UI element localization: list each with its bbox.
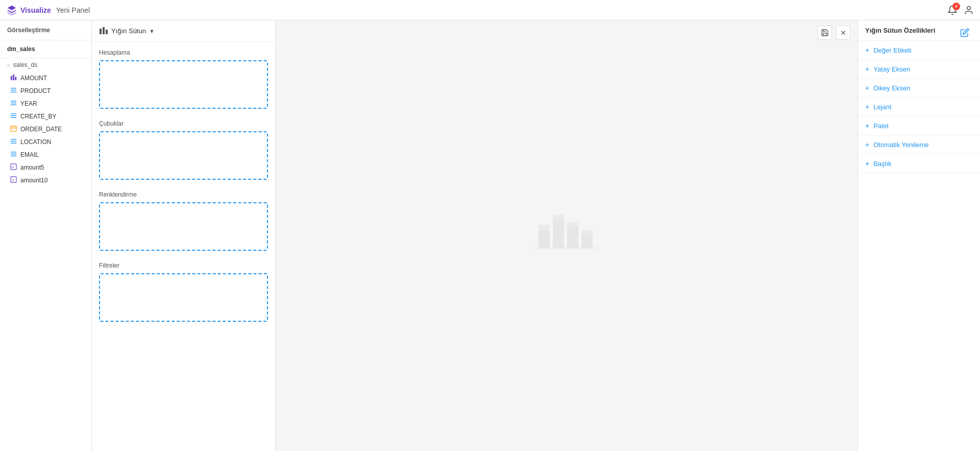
topbar-left: Visualize Yeni Panel bbox=[6, 5, 90, 16]
property-baslik[interactable]: + Başlık bbox=[858, 154, 980, 173]
datasource-name[interactable]: dm_sales bbox=[0, 40, 91, 58]
svg-rect-28 bbox=[103, 27, 105, 34]
chart-type-bar-icon bbox=[99, 26, 108, 36]
property-label-deger-etiketi: Değer Etiketi bbox=[873, 46, 911, 54]
plus-icon-otomatik-yenileme: + bbox=[865, 140, 869, 149]
property-label-otomatik-yenileme: Otomatik Yenileme bbox=[873, 141, 928, 149]
chart-type-label: Yığın Sütun bbox=[111, 27, 146, 35]
property-label-yatay-eksen: Yatay Eksen bbox=[873, 65, 910, 73]
property-deger-etiketi[interactable]: + Değer Etiketi bbox=[858, 41, 980, 60]
drop-zone-hesaplama[interactable] bbox=[99, 60, 268, 109]
svg-rect-13 bbox=[11, 126, 16, 131]
section-cubuklar: Çubuklar bbox=[92, 113, 275, 184]
svg-rect-37 bbox=[567, 222, 578, 227]
svg-rect-34 bbox=[553, 220, 564, 248]
calc-icon-amount5: = bbox=[10, 163, 17, 171]
plus-icon-deger-etiketi: + bbox=[865, 46, 869, 54]
section-hesaplama: Hesaplama bbox=[92, 42, 275, 113]
right-properties-panel: Yığın Sütun Özellikleri + Değer Etiketi … bbox=[857, 20, 980, 451]
field-label-amount: AMOUNT bbox=[20, 75, 47, 82]
svg-rect-1 bbox=[11, 76, 12, 80]
save-button[interactable] bbox=[818, 26, 832, 40]
topbar: Visualize Yeni Panel 4 bbox=[0, 0, 980, 20]
svg-rect-32 bbox=[538, 230, 550, 248]
svg-text:=: = bbox=[12, 177, 14, 182]
field-group-sales-ds[interactable]: − sales_ds bbox=[0, 58, 91, 72]
chart-type-selector[interactable]: Yığın Sütun ▼ bbox=[99, 26, 155, 36]
topbar-logo[interactable]: Visualize bbox=[6, 5, 51, 16]
field-label-product: PRODUCT bbox=[20, 87, 51, 94]
svg-rect-3 bbox=[15, 77, 16, 81]
section-filtreler-title: Filtreler bbox=[99, 262, 268, 269]
toggle-icon: − bbox=[7, 62, 10, 68]
chart-type-dropdown-arrow: ▼ bbox=[149, 28, 155, 34]
topbar-title: Yeni Panel bbox=[56, 6, 90, 14]
user-profile-button[interactable] bbox=[964, 5, 974, 15]
edit-panel-button[interactable] bbox=[957, 25, 973, 41]
property-otomatik-yenileme[interactable]: + Otomatik Yenileme bbox=[858, 135, 980, 154]
field-item-email[interactable]: EMAIL bbox=[0, 148, 91, 161]
field-label-location: LOCATION bbox=[20, 138, 51, 146]
property-dikey-eksen[interactable]: + Dikey Eksen bbox=[858, 79, 980, 98]
field-label-create-by: CREATE_BY bbox=[20, 113, 56, 120]
field-item-location[interactable]: LOCATION bbox=[0, 135, 91, 148]
chart-type-panel: Yığın Sütun ▼ Hesaplama Çubuklar Renklen… bbox=[92, 20, 276, 451]
left-sidebar: Görselleştirme dm_sales − sales_ds AMOUN… bbox=[0, 20, 92, 451]
drop-zone-filtreler[interactable] bbox=[99, 273, 268, 322]
plus-icon-lejant: + bbox=[865, 103, 869, 111]
date-icon-order-date bbox=[10, 125, 17, 133]
drop-zone-renklendirme[interactable] bbox=[99, 202, 268, 251]
drop-zone-cubuklar[interactable] bbox=[99, 131, 268, 180]
svg-rect-2 bbox=[13, 75, 14, 80]
section-hesaplama-title: Hesaplama bbox=[99, 49, 268, 56]
dim-icon-create-by bbox=[10, 112, 17, 120]
field-item-create-by[interactable]: CREATE_BY bbox=[0, 110, 91, 123]
sidebar-header: Görselleştirme bbox=[0, 20, 91, 40]
property-yatay-eksen[interactable]: + Yatay Eksen bbox=[858, 60, 980, 79]
svg-rect-36 bbox=[567, 227, 578, 248]
field-item-product[interactable]: PRODUCT bbox=[0, 84, 91, 97]
field-item-amount[interactable]: AMOUNT bbox=[0, 72, 91, 84]
dim-icon-email bbox=[10, 151, 17, 158]
close-button[interactable] bbox=[836, 26, 850, 40]
field-group-label: sales_ds bbox=[13, 61, 37, 68]
field-item-amount10[interactable]: = amount10 bbox=[0, 174, 91, 186]
chart-placeholder bbox=[536, 209, 597, 262]
property-label-dikey-eksen: Dikey Eksen bbox=[873, 84, 910, 92]
dim-icon-year bbox=[10, 100, 17, 107]
layout: Görselleştirme dm_sales − sales_ds AMOUN… bbox=[0, 20, 980, 451]
field-label-email: EMAIL bbox=[20, 151, 39, 158]
logo-label: Visualize bbox=[20, 6, 51, 14]
svg-rect-35 bbox=[553, 215, 564, 220]
plus-icon-yatay-eksen: + bbox=[865, 65, 869, 73]
dim-icon-location bbox=[10, 138, 17, 146]
property-label-palet: Palet bbox=[873, 122, 889, 130]
svg-point-0 bbox=[967, 6, 971, 10]
svg-rect-33 bbox=[538, 225, 550, 230]
plus-icon-palet: + bbox=[865, 122, 869, 130]
field-item-year[interactable]: YEAR bbox=[0, 97, 91, 110]
plus-icon-dikey-eksen: + bbox=[865, 84, 869, 92]
property-label-baslik: Başlık bbox=[873, 160, 891, 168]
property-lejant[interactable]: + Lejant bbox=[858, 98, 980, 116]
svg-rect-38 bbox=[581, 235, 593, 248]
field-item-order-date[interactable]: ORDER_DATE bbox=[0, 123, 91, 135]
field-label-amount5: amount5 bbox=[20, 164, 44, 171]
main-canvas bbox=[276, 20, 857, 451]
chart-type-header: Yığın Sütun ▼ bbox=[92, 20, 275, 42]
section-filtreler: Filtreler bbox=[92, 255, 275, 326]
field-label-amount10: amount10 bbox=[20, 177, 47, 184]
section-renklendirme-title: Renklendirme bbox=[99, 191, 268, 198]
svg-rect-39 bbox=[581, 230, 593, 235]
field-item-amount5[interactable]: = amount5 bbox=[0, 161, 91, 174]
svg-rect-29 bbox=[106, 30, 108, 34]
notification-button[interactable]: 4 bbox=[947, 5, 958, 15]
property-label-lejant: Lejant bbox=[873, 103, 891, 111]
measure-icon-amount bbox=[10, 74, 17, 82]
dim-icon-product bbox=[10, 87, 17, 94]
property-palet[interactable]: + Palet bbox=[858, 116, 980, 135]
canvas-toolbar bbox=[818, 26, 850, 40]
svg-rect-27 bbox=[100, 29, 102, 34]
section-renklendirme: Renklendirme bbox=[92, 184, 275, 255]
field-label-order-date: ORDER_DATE bbox=[20, 126, 62, 133]
